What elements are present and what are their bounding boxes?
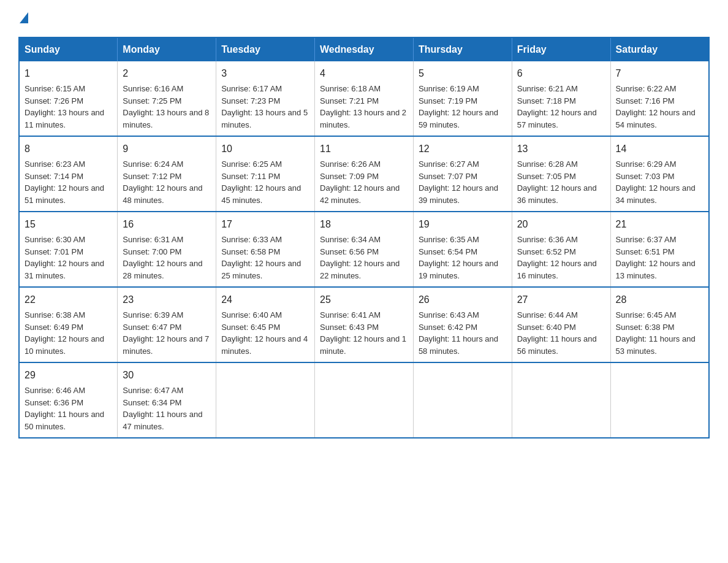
day-number: 26 <box>419 293 507 307</box>
calendar-cell: 29Sunrise: 6:46 AMSunset: 6:36 PMDayligh… <box>19 362 118 438</box>
day-info: Sunrise: 6:44 AMSunset: 6:40 PMDaylight:… <box>517 310 597 356</box>
calendar-cell: 20Sunrise: 6:36 AMSunset: 6:52 PMDayligh… <box>512 212 610 287</box>
day-info: Sunrise: 6:22 AMSunset: 7:16 PMDaylight:… <box>616 84 696 129</box>
day-info: Sunrise: 6:17 AMSunset: 7:23 PMDaylight:… <box>221 84 308 129</box>
calendar-cell: 10Sunrise: 6:25 AMSunset: 7:11 PMDayligh… <box>216 136 315 212</box>
day-number: 10 <box>221 142 309 156</box>
calendar-cell: 21Sunrise: 6:37 AMSunset: 6:51 PMDayligh… <box>610 212 709 287</box>
calendar-cell <box>610 362 709 438</box>
calendar-cell: 19Sunrise: 6:35 AMSunset: 6:54 PMDayligh… <box>413 212 512 287</box>
calendar-cell: 30Sunrise: 6:47 AMSunset: 6:34 PMDayligh… <box>118 362 216 438</box>
day-number: 3 <box>221 66 309 81</box>
day-info: Sunrise: 6:38 AMSunset: 6:49 PMDaylight:… <box>25 310 104 356</box>
day-number: 28 <box>616 293 703 307</box>
day-number: 17 <box>221 217 309 232</box>
calendar-cell: 28Sunrise: 6:45 AMSunset: 6:38 PMDayligh… <box>610 287 709 362</box>
day-number: 2 <box>123 66 211 81</box>
calendar-cell: 26Sunrise: 6:43 AMSunset: 6:42 PMDayligh… <box>413 287 512 362</box>
calendar-cell <box>413 362 512 438</box>
day-info: Sunrise: 6:16 AMSunset: 7:25 PMDaylight:… <box>123 84 209 129</box>
logo <box>18 12 28 25</box>
calendar-cell: 13Sunrise: 6:28 AMSunset: 7:05 PMDayligh… <box>512 136 610 212</box>
day-number: 22 <box>25 293 112 307</box>
calendar-cell <box>315 362 414 438</box>
calendar-cell: 14Sunrise: 6:29 AMSunset: 7:03 PMDayligh… <box>610 136 709 212</box>
logo-triangle-icon <box>20 12 28 23</box>
day-info: Sunrise: 6:30 AMSunset: 7:01 PMDaylight:… <box>25 235 104 280</box>
calendar-cell: 16Sunrise: 6:31 AMSunset: 7:00 PMDayligh… <box>118 212 216 287</box>
day-number: 13 <box>517 142 605 156</box>
day-info: Sunrise: 6:24 AMSunset: 7:12 PMDaylight:… <box>123 159 202 205</box>
calendar-cell: 4Sunrise: 6:18 AMSunset: 7:21 PMDaylight… <box>315 61 414 136</box>
day-info: Sunrise: 6:25 AMSunset: 7:11 PMDaylight:… <box>221 159 301 205</box>
calendar-cell: 11Sunrise: 6:26 AMSunset: 7:09 PMDayligh… <box>315 136 414 212</box>
day-info: Sunrise: 6:46 AMSunset: 6:36 PMDaylight:… <box>25 386 104 431</box>
day-info: Sunrise: 6:43 AMSunset: 6:42 PMDaylight:… <box>419 310 498 356</box>
day-number: 25 <box>320 293 408 307</box>
page-header <box>18 12 710 26</box>
day-number: 7 <box>616 66 703 81</box>
calendar-body: 1Sunrise: 6:15 AMSunset: 7:26 PMDaylight… <box>19 61 709 438</box>
day-info: Sunrise: 6:26 AMSunset: 7:09 PMDaylight:… <box>320 159 400 205</box>
calendar-cell: 22Sunrise: 6:38 AMSunset: 6:49 PMDayligh… <box>19 287 118 362</box>
header-day-saturday: Saturday <box>610 37 709 61</box>
day-info: Sunrise: 6:29 AMSunset: 7:03 PMDaylight:… <box>616 159 696 205</box>
day-number: 1 <box>25 66 112 81</box>
calendar-cell: 23Sunrise: 6:39 AMSunset: 6:47 PMDayligh… <box>118 287 216 362</box>
day-info: Sunrise: 6:47 AMSunset: 6:34 PMDaylight:… <box>123 386 202 431</box>
week-row-2: 8Sunrise: 6:23 AMSunset: 7:14 PMDaylight… <box>19 136 709 212</box>
day-number: 21 <box>616 217 703 232</box>
week-row-1: 1Sunrise: 6:15 AMSunset: 7:26 PMDaylight… <box>19 61 709 136</box>
day-number: 24 <box>221 293 309 307</box>
day-number: 14 <box>616 142 703 156</box>
day-number: 4 <box>320 66 408 81</box>
calendar-cell: 24Sunrise: 6:40 AMSunset: 6:45 PMDayligh… <box>216 287 315 362</box>
day-number: 11 <box>320 142 408 156</box>
day-number: 5 <box>419 66 507 81</box>
header-row: SundayMondayTuesdayWednesdayThursdayFrid… <box>19 37 709 61</box>
header-day-tuesday: Tuesday <box>216 37 315 61</box>
day-info: Sunrise: 6:35 AMSunset: 6:54 PMDaylight:… <box>419 235 498 280</box>
day-number: 16 <box>123 217 211 232</box>
calendar-cell: 9Sunrise: 6:24 AMSunset: 7:12 PMDaylight… <box>118 136 216 212</box>
day-number: 27 <box>517 293 605 307</box>
day-info: Sunrise: 6:41 AMSunset: 6:43 PMDaylight:… <box>320 310 406 356</box>
day-number: 8 <box>25 142 112 156</box>
calendar-cell: 3Sunrise: 6:17 AMSunset: 7:23 PMDaylight… <box>216 61 315 136</box>
calendar-cell <box>216 362 315 438</box>
day-number: 23 <box>123 293 211 307</box>
day-info: Sunrise: 6:19 AMSunset: 7:19 PMDaylight:… <box>419 84 498 129</box>
day-info: Sunrise: 6:15 AMSunset: 7:26 PMDaylight:… <box>25 84 104 129</box>
calendar-cell: 15Sunrise: 6:30 AMSunset: 7:01 PMDayligh… <box>19 212 118 287</box>
logo-area <box>18 12 28 26</box>
day-info: Sunrise: 6:23 AMSunset: 7:14 PMDaylight:… <box>25 159 104 205</box>
day-info: Sunrise: 6:28 AMSunset: 7:05 PMDaylight:… <box>517 159 597 205</box>
day-number: 18 <box>320 217 408 232</box>
header-day-friday: Friday <box>512 37 610 61</box>
day-info: Sunrise: 6:45 AMSunset: 6:38 PMDaylight:… <box>616 310 696 356</box>
calendar-cell: 18Sunrise: 6:34 AMSunset: 6:56 PMDayligh… <box>315 212 414 287</box>
calendar-cell: 25Sunrise: 6:41 AMSunset: 6:43 PMDayligh… <box>315 287 414 362</box>
header-day-wednesday: Wednesday <box>315 37 414 61</box>
calendar-cell: 6Sunrise: 6:21 AMSunset: 7:18 PMDaylight… <box>512 61 610 136</box>
day-info: Sunrise: 6:39 AMSunset: 6:47 PMDaylight:… <box>123 310 209 356</box>
week-row-3: 15Sunrise: 6:30 AMSunset: 7:01 PMDayligh… <box>19 212 709 287</box>
day-number: 30 <box>123 368 211 383</box>
day-number: 6 <box>517 66 605 81</box>
day-info: Sunrise: 6:40 AMSunset: 6:45 PMDaylight:… <box>221 310 308 356</box>
calendar-cell: 8Sunrise: 6:23 AMSunset: 7:14 PMDaylight… <box>19 136 118 212</box>
day-info: Sunrise: 6:31 AMSunset: 7:00 PMDaylight:… <box>123 235 202 280</box>
day-info: Sunrise: 6:18 AMSunset: 7:21 PMDaylight:… <box>320 84 406 129</box>
week-row-4: 22Sunrise: 6:38 AMSunset: 6:49 PMDayligh… <box>19 287 709 362</box>
day-info: Sunrise: 6:27 AMSunset: 7:07 PMDaylight:… <box>419 159 498 205</box>
calendar-cell: 7Sunrise: 6:22 AMSunset: 7:16 PMDaylight… <box>610 61 709 136</box>
day-number: 19 <box>419 217 507 232</box>
day-info: Sunrise: 6:21 AMSunset: 7:18 PMDaylight:… <box>517 84 597 129</box>
calendar-cell: 5Sunrise: 6:19 AMSunset: 7:19 PMDaylight… <box>413 61 512 136</box>
calendar-header: SundayMondayTuesdayWednesdayThursdayFrid… <box>19 37 709 61</box>
header-day-monday: Monday <box>118 37 216 61</box>
header-day-sunday: Sunday <box>19 37 118 61</box>
day-number: 15 <box>25 217 112 232</box>
calendar-cell: 2Sunrise: 6:16 AMSunset: 7:25 PMDaylight… <box>118 61 216 136</box>
day-number: 9 <box>123 142 211 156</box>
